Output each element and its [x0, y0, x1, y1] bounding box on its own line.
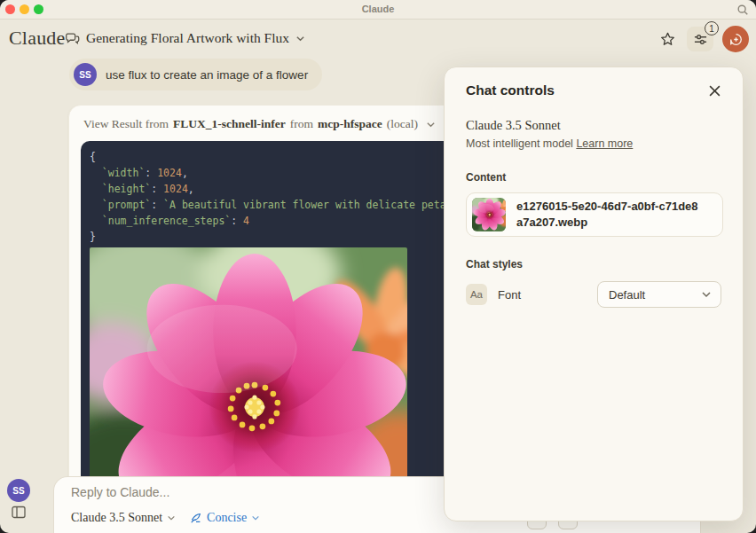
- code-comma: ,: [188, 183, 194, 195]
- code-key: `prompt`: [90, 199, 151, 211]
- pen-style-icon: [190, 512, 202, 524]
- window-title: Claude: [0, 4, 756, 14]
- conversation-title: Generating Floral Artwork with Flux: [86, 30, 289, 46]
- panel-model-description: Most intelligent model Learn more: [466, 137, 721, 150]
- tool-result-prefix: View Result from: [83, 117, 169, 131]
- code-value: 1024: [157, 167, 182, 179]
- font-dropdown-value: Default: [609, 288, 645, 302]
- code-string: `A beautiful vibrant flower with delicat…: [163, 199, 464, 211]
- controls-badge: 1: [705, 21, 719, 35]
- claude-wordmark: Claude: [9, 27, 66, 50]
- tool-name: FLUX_1-schnell-infer: [173, 117, 286, 131]
- code-key: `num_inference_steps`: [90, 215, 231, 227]
- reply-input[interactable]: [71, 485, 461, 499]
- chat-controls-button[interactable]: 1: [687, 27, 713, 51]
- chevron-down-icon: [251, 513, 260, 522]
- chevron-down-icon: [295, 34, 305, 43]
- font-dropdown[interactable]: Default: [597, 281, 721, 308]
- style-selector-label: Concise: [207, 511, 247, 525]
- close-icon[interactable]: [708, 84, 721, 98]
- code-sep: :: [151, 199, 163, 211]
- account-avatar[interactable]: SS: [7, 479, 30, 502]
- star-conversation-button[interactable]: [657, 28, 678, 50]
- font-label: Font: [498, 288, 521, 302]
- app-window: Claude Claude Generating Floral Artwork …: [0, 0, 756, 533]
- file-name: e1276015-5e20-46d7-a0bf-c71de8a7a207.web…: [516, 199, 698, 230]
- code-sep: :: [151, 183, 163, 195]
- user-avatar: SS: [74, 63, 97, 86]
- content-file-card[interactable]: e1276015-5e20-46d7-a0bf-c71de8a7a207.web…: [466, 192, 723, 237]
- user-message-text: use flux to create an image of a flower: [106, 68, 308, 82]
- tool-result-middle: from: [290, 117, 313, 131]
- chevron-down-icon[interactable]: [426, 120, 436, 129]
- code-key: `width`: [90, 167, 145, 179]
- font-icon: Aa: [466, 284, 487, 305]
- chat-bubbles-icon: [64, 30, 80, 46]
- model-selector-label: Claude 3.5 Sonnet: [71, 511, 162, 525]
- sidebar-toggle-icon[interactable]: [12, 506, 26, 519]
- generated-flower-image[interactable]: [90, 247, 407, 506]
- conversation-title-menu[interactable]: Generating Floral Artwork with Flux: [64, 30, 305, 46]
- code-sep: :: [231, 215, 243, 227]
- titlebar: Claude: [0, 0, 756, 20]
- style-selector[interactable]: Concise: [190, 511, 260, 525]
- chat-controls-panel: Chat controls Claude 3.5 Sonnet Most int…: [444, 67, 744, 521]
- server-name: mcp-hfspace: [318, 117, 382, 131]
- chat-styles-section-label: Chat styles: [466, 258, 721, 270]
- new-chat-button[interactable]: [722, 26, 749, 52]
- code-close-brace: }: [90, 231, 96, 243]
- model-selector[interactable]: Claude 3.5 Sonnet: [71, 511, 176, 525]
- header: Claude Generating Floral Artwork with Fl…: [0, 20, 756, 59]
- content-section-label: Content: [466, 171, 721, 184]
- search-icon[interactable]: [736, 4, 749, 16]
- code-value: 1024: [163, 183, 188, 195]
- panel-model-name: Claude 3.5 Sonnet: [466, 118, 721, 133]
- chevron-down-icon: [701, 289, 712, 300]
- header-actions: 1: [657, 26, 749, 52]
- code-key: `height`: [90, 183, 151, 195]
- chevron-down-icon: [167, 513, 176, 522]
- composer-controls: Claude 3.5 Sonnet Concise: [71, 511, 260, 525]
- learn-more-link[interactable]: Learn more: [576, 137, 633, 150]
- panel-title: Chat controls: [466, 82, 555, 98]
- code-open-brace: {: [90, 151, 96, 163]
- model-description-text: Most intelligent model: [466, 137, 576, 150]
- tool-result-suffix: (local): [387, 117, 418, 131]
- code-comma: ,: [182, 167, 188, 179]
- account-avatar-initials: SS: [7, 479, 30, 502]
- file-thumbnail: [472, 198, 506, 231]
- font-setting-row: Aa Font Default: [466, 281, 721, 308]
- user-message: SS use flux to create an image of a flow…: [69, 59, 322, 90]
- code-sep: :: [145, 167, 157, 179]
- code-value: 4: [243, 215, 249, 227]
